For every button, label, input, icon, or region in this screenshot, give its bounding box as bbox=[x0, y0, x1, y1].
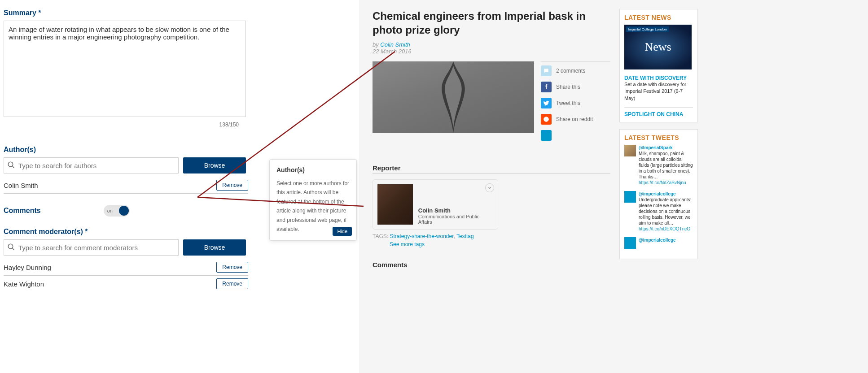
share-reddit[interactable]: Share on reddit bbox=[541, 114, 610, 125]
tweet-text: Undergraduate applicants: please note we… bbox=[639, 197, 691, 226]
latest-news-title: LATEST NEWS bbox=[624, 14, 693, 21]
tweet-item: @imperialcollege bbox=[624, 237, 693, 249]
hero-image bbox=[373, 61, 534, 133]
reporter-heading: Reporter bbox=[373, 164, 610, 174]
news-badge: Imperial College London bbox=[626, 26, 669, 32]
help-body: Select one or more authors for this arti… bbox=[276, 179, 350, 234]
search-icon bbox=[7, 161, 15, 169]
share-twitter[interactable]: Tweet this bbox=[541, 98, 610, 108]
byline: by Colin Smith bbox=[373, 41, 610, 48]
authors-label: Author(s) bbox=[4, 146, 355, 154]
comments-count-label: 2 comments bbox=[556, 68, 585, 74]
share-facebook[interactable]: f Share this bbox=[541, 82, 610, 92]
publish-date: 22 March 2016 bbox=[373, 48, 610, 55]
toggle-knob bbox=[119, 206, 129, 216]
by-prefix: by bbox=[373, 41, 380, 48]
reporter-photo bbox=[377, 184, 413, 225]
share-reddit-label: Share on reddit bbox=[556, 116, 593, 122]
char-count: 138/150 bbox=[219, 121, 239, 128]
search-icon bbox=[7, 243, 15, 251]
cms-form-panel: Summary An image of water rotating in wh… bbox=[0, 0, 359, 373]
summary-textarea[interactable]: An image of water rotating in what appea… bbox=[4, 21, 246, 117]
latest-tweets-widget: LATEST TWEETS @ImperialSpark Milk, shamp… bbox=[619, 129, 698, 259]
authors-search-input[interactable] bbox=[4, 157, 179, 173]
tweet-avatar bbox=[624, 145, 636, 156]
tweet-handle[interactable]: @ImperialSpark bbox=[639, 145, 693, 151]
latest-tweets-title: LATEST TWEETS bbox=[624, 134, 693, 141]
help-title: Author(s) bbox=[276, 166, 350, 173]
moderator-name: Hayley Dunning bbox=[4, 264, 51, 271]
news-thumbnail[interactable]: Imperial College London News bbox=[624, 25, 692, 69]
tweet-handle[interactable]: @imperialcollege bbox=[639, 237, 693, 243]
reporter-card: Colin Smith Communications and Public Af… bbox=[373, 179, 498, 230]
svg-line-3 bbox=[12, 248, 14, 250]
sidebar-widgets: LATEST NEWS Imperial College London News… bbox=[619, 9, 698, 373]
facebook-icon: f bbox=[541, 82, 552, 92]
toggle-state-label: on bbox=[104, 208, 113, 213]
byline-author-link[interactable]: Colin Smith bbox=[380, 41, 410, 48]
moderator-row: Hayley Dunning Remove bbox=[4, 259, 248, 276]
reporter-dept: Communications and Public Affairs bbox=[418, 214, 493, 225]
moderator-remove-button[interactable]: Remove bbox=[216, 278, 248, 289]
svg-point-2 bbox=[8, 244, 13, 249]
tweet-item: @imperialcollege Undergraduate applicant… bbox=[624, 191, 693, 232]
svg-line-1 bbox=[12, 166, 14, 168]
moderators-search-input[interactable] bbox=[4, 239, 179, 256]
twitter-icon bbox=[541, 98, 552, 108]
moderators-browse-button[interactable]: Browse bbox=[183, 239, 246, 256]
chevron-down-icon bbox=[487, 186, 492, 190]
comments-label: Comments bbox=[4, 207, 41, 215]
tweet-avatar bbox=[624, 191, 636, 203]
help-hide-button[interactable]: Hide bbox=[333, 227, 352, 236]
comments-section-heading: Comments bbox=[373, 261, 610, 269]
tags-label: TAGS: bbox=[373, 233, 388, 239]
tags-line: TAGS: Strategy-share-the-wonder, Testtag bbox=[373, 233, 610, 239]
authors-help-popup: Author(s) Select one or more authors for… bbox=[269, 159, 357, 241]
tag-link[interactable]: Testtag bbox=[456, 233, 474, 239]
moderator-row: Kate Wighton Remove bbox=[4, 276, 248, 292]
water-shape-icon bbox=[431, 61, 476, 133]
sidebar-link-china[interactable]: SPOTLIGHT ON CHINA bbox=[624, 107, 693, 117]
article-title: Chemical engineers from Imperial bask in… bbox=[373, 9, 610, 37]
sidebar-link-discovery[interactable]: DATE WITH DISCOVERY bbox=[624, 75, 693, 81]
svg-point-4 bbox=[544, 117, 549, 122]
tag-link[interactable]: Strategy-share-the-wonder bbox=[390, 233, 453, 239]
share-tw-label: Tweet this bbox=[556, 100, 580, 106]
comments-toggle[interactable]: on bbox=[104, 205, 130, 217]
comments-count[interactable]: 2 comments bbox=[541, 65, 610, 76]
tweet-link[interactable]: https://t.co/NdZaSvNjnu bbox=[639, 180, 686, 185]
svg-point-0 bbox=[8, 162, 13, 167]
sidebar-link-text: Set a date with discovery for Imperial F… bbox=[624, 81, 693, 102]
reddit-icon bbox=[541, 114, 552, 125]
authors-browse-button[interactable]: Browse bbox=[183, 157, 246, 173]
article-preview-panel: Chemical engineers from Imperial bask in… bbox=[359, 0, 868, 373]
tweet-item: @ImperialSpark Milk, shampoo, paint & cl… bbox=[624, 145, 693, 186]
tweet-handle[interactable]: @imperialcollege bbox=[639, 191, 693, 197]
tweet-text: Milk, shampoo, paint & clouds are all co… bbox=[639, 151, 693, 179]
comment-icon bbox=[541, 65, 552, 76]
moderator-name: Kate Wighton bbox=[4, 280, 44, 288]
summary-label: Summary bbox=[4, 9, 355, 17]
share-column: 2 comments f Share this Tweet this bbox=[541, 61, 610, 146]
share-more[interactable] bbox=[541, 130, 610, 141]
reporter-name: Colin Smith bbox=[418, 207, 493, 214]
see-more-tags-link[interactable]: See more tags bbox=[390, 241, 610, 247]
moderator-remove-button[interactable]: Remove bbox=[216, 262, 248, 273]
more-share-icon bbox=[541, 130, 552, 141]
author-remove-button[interactable]: Remove bbox=[216, 180, 248, 191]
latest-news-widget: LATEST NEWS Imperial College London News… bbox=[619, 9, 698, 122]
share-fb-label: Share this bbox=[556, 84, 580, 90]
author-row: Colin Smith Remove bbox=[4, 177, 248, 194]
tweet-link[interactable]: https://t.co/nDEXOQTncG bbox=[639, 226, 690, 231]
author-name: Colin Smith bbox=[4, 182, 38, 189]
news-thumb-label: News bbox=[644, 40, 671, 54]
tweet-avatar bbox=[624, 237, 636, 249]
